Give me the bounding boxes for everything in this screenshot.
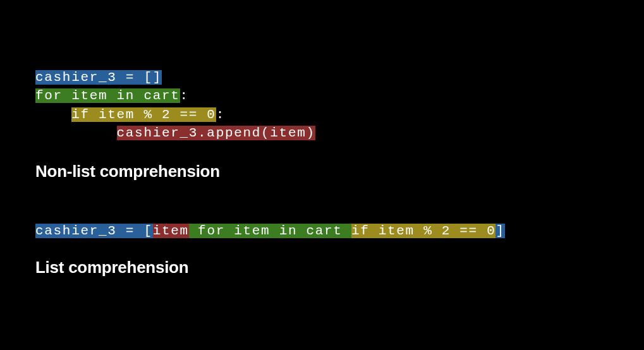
indent	[35, 107, 71, 122]
for-loop-highlight: for item in cart	[35, 88, 180, 103]
indent	[35, 126, 117, 140]
comprehension-code: cashier_3 = [item for item in cart if it…	[35, 222, 644, 240]
bracket-close: ]	[495, 224, 504, 238]
label-comprehension: List comprehension	[35, 258, 644, 277]
code-line-4: cashier_3.append(item)	[35, 124, 644, 142]
if-condition-highlight: if item % 2 == 0	[71, 107, 216, 122]
colon: :	[216, 107, 225, 122]
expression-highlight: item	[153, 224, 189, 238]
code-line-1: cashier_3 = []	[35, 68, 644, 87]
bracket-open: [	[143, 224, 152, 238]
colon: :	[180, 88, 189, 103]
append-highlight: cashier_3.append(item)	[117, 126, 315, 140]
non-comprehension-code: cashier_3 = [] for item in cart: if item…	[35, 68, 644, 143]
code-line-2: for item in cart:	[35, 87, 644, 105]
slide-content: cashier_3 = [] for item in cart: if item…	[0, 0, 644, 277]
assignment-highlight: cashier_3 =	[35, 224, 143, 238]
if-clause-highlight: if item % 2 == 0	[351, 224, 496, 238]
code-line-3: if item % 2 == 0:	[35, 106, 644, 124]
for-clause-highlight: for item in cart	[189, 224, 351, 238]
label-non-comprehension: Non-list comprehension	[35, 162, 644, 181]
assignment-highlight: cashier_3 = []	[35, 70, 162, 85]
